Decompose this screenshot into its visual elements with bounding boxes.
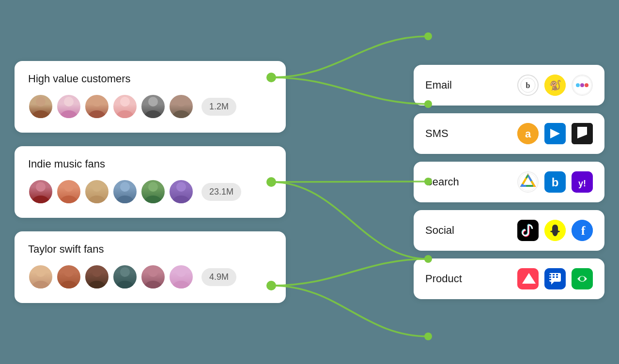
svg-text:a: a xyxy=(525,128,531,140)
svg-point-9 xyxy=(32,110,49,118)
audience-avatars-taylor-swift: 4.9M xyxy=(28,264,272,289)
avatar xyxy=(169,94,194,119)
svg-point-26 xyxy=(120,182,130,192)
avatar xyxy=(112,179,138,204)
svg-point-0 xyxy=(424,32,432,40)
tiktok-icon xyxy=(517,220,539,241)
klaviyo-icon xyxy=(572,123,593,144)
avatar xyxy=(112,94,138,119)
userleap-icon xyxy=(572,268,593,289)
svg-point-40 xyxy=(148,267,158,277)
snapchat-icon xyxy=(544,220,566,241)
svg-text:b: b xyxy=(552,176,559,189)
channel-icons-social: f xyxy=(517,220,593,241)
svg-point-24 xyxy=(92,182,102,192)
svg-point-33 xyxy=(32,281,49,288)
svg-rect-77 xyxy=(556,274,558,275)
channel-card-product: Product xyxy=(414,258,604,299)
avatar xyxy=(140,94,166,119)
svg-point-23 xyxy=(60,196,77,203)
svg-point-31 xyxy=(172,196,190,203)
channel-name-email: Email xyxy=(425,79,474,91)
audience-title-indie-music: Indie music fans xyxy=(28,158,272,170)
svg-point-42 xyxy=(176,267,186,277)
svg-point-16 xyxy=(148,97,158,106)
svg-point-13 xyxy=(88,110,106,118)
avatar xyxy=(56,264,81,289)
avatar xyxy=(84,264,109,289)
svg-point-49 xyxy=(576,83,580,87)
channel-card-email: Email b 🐒 xyxy=(414,65,604,106)
facebook-icon: f xyxy=(572,220,593,241)
audience-title-high-value: High value customers xyxy=(28,73,272,85)
svg-text:b: b xyxy=(526,81,530,90)
channel-icons-email: b 🐒 xyxy=(517,75,593,96)
channel-icons-product xyxy=(517,268,593,289)
svg-point-50 xyxy=(580,83,584,87)
svg-point-35 xyxy=(60,281,77,288)
dots-icon xyxy=(572,75,593,96)
svg-point-10 xyxy=(64,97,74,106)
svg-text:🐒: 🐒 xyxy=(549,79,561,91)
svg-point-11 xyxy=(60,110,77,118)
channel-icons-sms: a xyxy=(517,123,593,144)
count-badge-taylor-swift: 4.9M xyxy=(201,268,236,286)
svg-point-34 xyxy=(64,267,74,277)
svg-point-21 xyxy=(32,196,49,203)
audience-title-taylor-swift: Taylor swift fans xyxy=(28,243,272,256)
svg-point-19 xyxy=(172,110,190,118)
svg-text:y!: y! xyxy=(578,179,586,188)
avatar xyxy=(28,94,53,119)
channel-name-search: Search xyxy=(425,176,474,188)
intercom2-icon xyxy=(544,268,566,289)
channel-name-social: Social xyxy=(425,224,474,237)
bing-arrow-icon xyxy=(544,123,566,144)
svg-rect-81 xyxy=(549,279,551,280)
avatar xyxy=(28,179,53,204)
avatar xyxy=(56,179,81,204)
svg-point-17 xyxy=(144,110,162,118)
svg-point-27 xyxy=(116,196,134,203)
svg-point-32 xyxy=(36,267,46,277)
svg-point-15 xyxy=(116,110,134,118)
svg-point-29 xyxy=(144,196,162,203)
audience-card-taylor-swift: Taylor swift fans xyxy=(15,231,286,303)
audience-card-high-value: High value customers xyxy=(15,61,286,133)
svg-point-25 xyxy=(88,196,106,203)
svg-point-12 xyxy=(92,97,102,106)
avatar xyxy=(84,94,109,119)
avatar xyxy=(112,264,138,289)
svg-rect-76 xyxy=(553,274,555,275)
audience-panel: High value customers xyxy=(15,61,286,303)
avatar xyxy=(84,179,109,204)
svg-point-14 xyxy=(120,97,130,106)
avatar xyxy=(28,264,53,289)
channel-name-product: Product xyxy=(425,273,474,285)
svg-rect-75 xyxy=(549,274,551,275)
bing-search-icon: b xyxy=(544,171,566,193)
attentive-icon: a xyxy=(517,123,539,144)
audience-card-indie-music: Indie music fans xyxy=(15,146,286,218)
google-ads-icon xyxy=(517,171,539,193)
svg-point-20 xyxy=(36,182,46,192)
svg-point-43 xyxy=(172,281,190,288)
svg-point-18 xyxy=(176,97,186,106)
svg-point-51 xyxy=(585,83,588,87)
svg-point-22 xyxy=(64,182,74,192)
jobber-icon: b xyxy=(517,75,539,96)
avatar xyxy=(140,179,166,204)
avatar xyxy=(140,264,166,289)
audience-avatars-indie-music: 23.1M xyxy=(28,179,272,204)
svg-point-38 xyxy=(120,267,130,277)
avatar xyxy=(56,94,81,119)
count-badge-high-value: 1.2M xyxy=(201,98,236,116)
audience-avatars-high-value: 1.2M xyxy=(28,94,272,119)
svg-point-84 xyxy=(580,276,585,281)
svg-point-36 xyxy=(92,267,102,277)
avatar xyxy=(169,179,194,204)
svg-point-4 xyxy=(424,333,432,340)
svg-point-8 xyxy=(36,97,46,106)
svg-point-28 xyxy=(148,182,158,192)
svg-rect-78 xyxy=(549,276,551,278)
svg-point-39 xyxy=(116,281,134,288)
